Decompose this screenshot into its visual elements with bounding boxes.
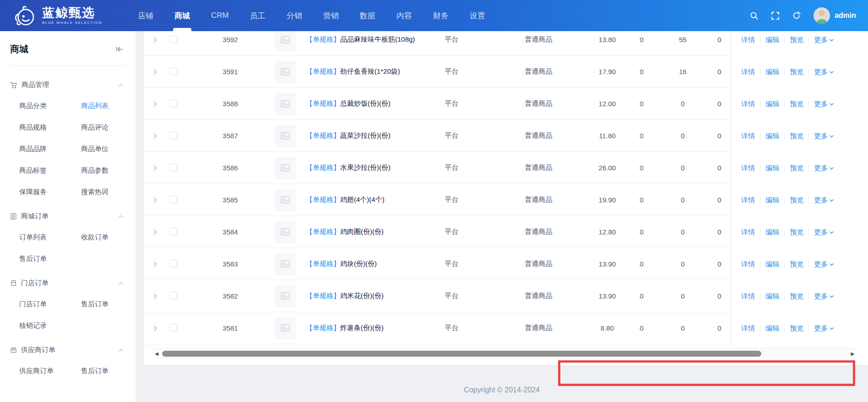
scrollbar-track[interactable] — [160, 348, 849, 359]
more-link[interactable]: 更多 — [814, 68, 834, 76]
section-header-mall-orders[interactable]: 商城订单 — [9, 212, 126, 221]
expand-row-icon[interactable] — [152, 133, 169, 139]
edit-link[interactable]: 编辑 — [765, 68, 779, 76]
row-checkbox[interactable] — [169, 131, 177, 139]
sidebar-item[interactable]: 供应商订单 — [19, 367, 81, 375]
expand-row-icon[interactable] — [152, 293, 169, 299]
expand-row-icon[interactable] — [152, 261, 169, 267]
nav-item[interactable]: 店铺 — [127, 0, 164, 31]
preview-link[interactable]: 预览 — [790, 36, 803, 44]
sidebar-item[interactable]: 商品品牌 — [19, 145, 81, 153]
edit-link[interactable]: 编辑 — [765, 100, 779, 109]
detail-link[interactable]: 详情 — [741, 164, 755, 173]
sidebar-item[interactable]: 商品规格 — [19, 123, 81, 132]
expand-row-icon[interactable] — [152, 325, 169, 331]
expand-row-icon[interactable] — [152, 101, 169, 107]
expand-row-icon[interactable] — [152, 69, 169, 75]
sidebar-item[interactable]: 保障服务 — [19, 188, 81, 196]
nav-item[interactable]: 内容 — [386, 0, 423, 31]
edit-link[interactable]: 编辑 — [765, 260, 779, 269]
edit-link[interactable]: 编辑 — [765, 324, 779, 333]
nav-item[interactable]: 商城 — [164, 0, 201, 31]
nav-item[interactable]: 财务 — [423, 0, 459, 31]
more-link[interactable]: 更多 — [814, 228, 834, 237]
detail-link[interactable]: 详情 — [741, 260, 755, 269]
more-link[interactable]: 更多 — [814, 260, 834, 269]
expand-row-icon[interactable] — [152, 197, 169, 203]
more-link[interactable]: 更多 — [814, 324, 834, 333]
expand-row-icon[interactable] — [152, 37, 169, 43]
scrollbar-thumb[interactable] — [162, 351, 761, 357]
more-link[interactable]: 更多 — [814, 292, 834, 301]
edit-link[interactable]: 编辑 — [765, 292, 779, 301]
more-link[interactable]: 更多 — [814, 100, 834, 109]
nav-item[interactable]: CRM — [201, 0, 239, 31]
section-header-supplier-orders[interactable]: 供应商订单 — [9, 346, 126, 354]
detail-link[interactable]: 详情 — [741, 68, 755, 76]
sidebar-item[interactable]: 售后订单 — [81, 300, 126, 309]
detail-link[interactable]: 详情 — [741, 100, 755, 109]
sidebar-item[interactable]: 商品标签 — [19, 166, 81, 175]
detail-link[interactable]: 详情 — [741, 196, 755, 205]
expand-row-icon[interactable] — [152, 165, 169, 171]
row-checkbox[interactable] — [169, 99, 177, 107]
nav-item[interactable]: 员工 — [239, 0, 276, 31]
edit-link[interactable]: 编辑 — [765, 228, 779, 237]
row-checkbox[interactable] — [169, 260, 177, 267]
sidebar-item[interactable]: 商品评论 — [81, 123, 126, 132]
section-header-store-orders[interactable]: 门店订单 — [9, 279, 126, 288]
sidebar-item[interactable]: 商品单位 — [81, 145, 126, 153]
preview-link[interactable]: 预览 — [790, 100, 803, 109]
row-checkbox[interactable] — [169, 196, 177, 203]
nav-item[interactable]: 营销 — [313, 0, 349, 31]
preview-link[interactable]: 预览 — [790, 132, 803, 141]
expand-row-icon[interactable] — [152, 229, 169, 235]
refresh-icon[interactable] — [792, 11, 801, 20]
edit-link[interactable]: 编辑 — [765, 164, 779, 173]
scroll-left-arrow-icon[interactable]: ◀ — [153, 351, 160, 356]
row-checkbox[interactable] — [169, 292, 177, 299]
more-link[interactable]: 更多 — [814, 164, 834, 173]
preview-link[interactable]: 预览 — [790, 292, 803, 301]
sidebar-item[interactable]: 商品列表 — [81, 102, 126, 110]
sidebar-collapse-icon[interactable] — [116, 45, 124, 53]
detail-link[interactable]: 详情 — [741, 292, 755, 301]
more-link[interactable]: 更多 — [814, 132, 834, 141]
preview-link[interactable]: 预览 — [790, 324, 803, 333]
sidebar-item[interactable]: 核销记录 — [19, 321, 81, 330]
nav-item[interactable]: 设置 — [459, 0, 496, 31]
row-checkbox[interactable] — [169, 35, 177, 43]
detail-link[interactable]: 详情 — [741, 132, 755, 141]
scroll-right-arrow-icon[interactable]: ▶ — [849, 351, 856, 356]
sidebar-item[interactable]: 收款订单 — [81, 233, 126, 242]
detail-link[interactable]: 详情 — [741, 228, 755, 237]
sidebar-item[interactable]: 订单列表 — [19, 233, 81, 242]
sidebar-item[interactable]: 门店订单 — [19, 300, 81, 309]
nav-item[interactable]: 分销 — [276, 0, 313, 31]
detail-link[interactable]: 详情 — [741, 36, 755, 44]
row-checkbox[interactable] — [169, 163, 177, 171]
edit-link[interactable]: 编辑 — [765, 132, 779, 141]
more-link[interactable]: 更多 — [814, 36, 834, 44]
preview-link[interactable]: 预览 — [790, 196, 803, 205]
fullscreen-icon[interactable] — [771, 11, 780, 20]
sidebar-item[interactable]: 售后订单 — [19, 255, 81, 263]
sidebar-item[interactable]: 商品参数 — [81, 166, 126, 175]
preview-link[interactable]: 预览 — [790, 164, 803, 173]
edit-link[interactable]: 编辑 — [765, 196, 779, 205]
detail-link[interactable]: 详情 — [741, 324, 755, 333]
row-checkbox[interactable] — [169, 228, 177, 235]
row-checkbox[interactable] — [169, 67, 177, 75]
nav-item[interactable]: 数据 — [349, 0, 386, 31]
more-link[interactable]: 更多 — [814, 196, 834, 205]
section-header-goods[interactable]: 商品管理 — [9, 81, 126, 89]
sidebar-item[interactable]: 商品分类 — [19, 102, 81, 110]
preview-link[interactable]: 预览 — [790, 68, 803, 76]
preview-link[interactable]: 预览 — [790, 260, 803, 269]
search-icon[interactable] — [749, 11, 759, 20]
preview-link[interactable]: 预览 — [790, 228, 803, 237]
sidebar-item[interactable]: 搜索热词 — [81, 188, 126, 196]
edit-link[interactable]: 编辑 — [765, 36, 779, 44]
user-menu[interactable]: admin — [814, 7, 856, 24]
row-checkbox[interactable] — [169, 324, 177, 331]
